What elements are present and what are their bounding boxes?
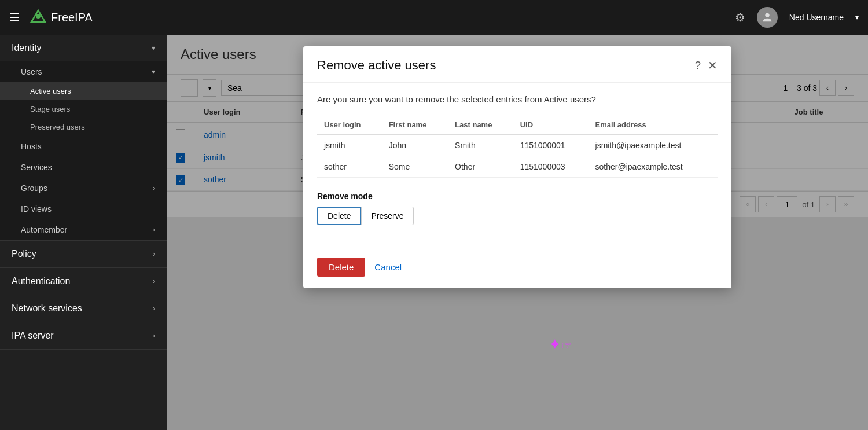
authentication-chevron: › (153, 277, 155, 285)
layout: Identity ▾ Users ▾ Active users Stage us… (0, 35, 868, 430)
modal-col-last: Last name (448, 116, 513, 134)
settings-icon[interactable]: ⚙ (735, 10, 745, 24)
modal-row-first-jsmith: John (382, 134, 448, 156)
modal-row-login-sother: sother (317, 156, 382, 178)
modal-col-login: User login (317, 116, 382, 134)
modal-overlay: Remove active users ? ✕ Are you sure you… (167, 35, 868, 430)
network-services-chevron: › (153, 304, 155, 313)
sidebar: Identity ▾ Users ▾ Active users Stage us… (0, 35, 167, 430)
navbar-logo: FreeIPA (29, 8, 93, 27)
modal-col-email: Email address (589, 116, 718, 134)
modal-help-icon[interactable]: ? (695, 60, 701, 72)
menu-icon[interactable]: ☰ (9, 10, 20, 24)
sidebar-item-stage-users[interactable]: Stage users (0, 100, 167, 118)
identity-chevron: ▾ (152, 44, 155, 52)
modal-table-row: jsmith John Smith 1151000001 jsmith@ipae… (317, 134, 718, 156)
username-label[interactable]: Ned Username (789, 13, 844, 22)
sidebar-item-policy[interactable]: Policy › (0, 241, 167, 267)
modal-footer: Delete Cancel (303, 251, 731, 288)
avatar (757, 7, 778, 28)
cancel-button[interactable]: Cancel (372, 258, 404, 277)
modal-header-icons: ? ✕ (695, 58, 718, 72)
modal-row-uid-jsmith: 1151000001 (513, 134, 589, 156)
ipa-server-chevron: › (153, 332, 155, 340)
modal-row-first-sother: Some (382, 156, 448, 178)
avatar-icon (761, 11, 774, 24)
freeipa-logo-icon (29, 8, 47, 27)
modal-users-table: User login First name Last name UID Emai… (317, 116, 718, 178)
groups-chevron: › (153, 184, 155, 192)
mode-delete-btn[interactable]: Delete (317, 207, 361, 225)
svg-point-2 (765, 13, 769, 17)
identity-label: Identity (12, 43, 42, 53)
sidebar-item-groups[interactable]: Groups › (0, 178, 167, 199)
modal-row-uid-sother: 1151000003 (513, 156, 589, 178)
modal-row-last-jsmith: Smith (448, 134, 513, 156)
policy-chevron: › (153, 250, 155, 258)
sidebar-section-identity: Identity ▾ Users ▾ Active users Stage us… (0, 35, 167, 241)
mode-preserve-btn[interactable]: Preserve (361, 207, 413, 225)
modal-description: Are you sure you want to remove the sele… (317, 94, 718, 104)
sidebar-item-id-views[interactable]: ID views (0, 199, 167, 219)
modal-close-icon[interactable]: ✕ (708, 58, 718, 72)
modal-header: Remove active users ? ✕ (303, 46, 731, 83)
users-chevron: ▾ (152, 68, 155, 76)
sidebar-section-network-services: Network services › (0, 295, 167, 322)
sidebar-item-ipa-server[interactable]: IPA server › (0, 322, 167, 349)
sidebar-section-policy: Policy › (0, 241, 167, 268)
modal-title: Remove active users (317, 58, 436, 73)
delete-button[interactable]: Delete (317, 258, 365, 277)
modal-col-first: First name (382, 116, 448, 134)
sidebar-section-authentication: Authentication › (0, 268, 167, 295)
users-label: Users (21, 67, 42, 76)
sidebar-item-users[interactable]: Users ▾ (0, 61, 167, 82)
modal-row-email-jsmith: jsmith@ipaexample.test (589, 134, 718, 156)
sidebar-item-identity[interactable]: Identity ▾ (0, 35, 167, 61)
sidebar-item-network-services[interactable]: Network services › (0, 295, 167, 322)
modal-table-row: sother Some Other 1151000003 sother@ipae… (317, 156, 718, 178)
modal-row-email-sother: sother@ipaexample.test (589, 156, 718, 178)
user-dropdown-arrow[interactable]: ▾ (855, 13, 859, 21)
modal-col-uid: UID (513, 116, 589, 134)
modal-row-login-jsmith: jsmith (317, 134, 382, 156)
modal-dialog: Remove active users ? ✕ Are you sure you… (303, 46, 731, 288)
remove-mode-buttons: Delete Preserve (317, 207, 718, 225)
modal-body: Are you sure you want to remove the sele… (303, 83, 731, 251)
identity-subitems: Users ▾ Active users Stage users Preserv… (0, 61, 167, 240)
modal-row-last-sother: Other (448, 156, 513, 178)
sidebar-section-ipa-server: IPA server › (0, 322, 167, 350)
sidebar-item-hosts[interactable]: Hosts (0, 136, 167, 157)
navbar: ☰ FreeIPA ⚙ Ned Username ▾ (0, 0, 868, 35)
sidebar-item-authentication[interactable]: Authentication › (0, 268, 167, 295)
navbar-right: ⚙ Ned Username ▾ (735, 7, 859, 28)
svg-point-1 (36, 14, 41, 19)
sidebar-item-preserved-users[interactable]: Preserved users (0, 118, 167, 136)
automember-chevron: › (153, 226, 155, 234)
sidebar-item-automember[interactable]: Automember › (0, 219, 167, 240)
brand-name: FreeIPA (51, 11, 93, 24)
remove-mode-label: Remove mode (317, 192, 718, 201)
sidebar-item-services[interactable]: Services (0, 157, 167, 178)
main-content: Active users ▾ 1 – 3 of 3 ‹ › User login… (167, 35, 868, 430)
sidebar-item-active-users[interactable]: Active users (0, 82, 167, 100)
